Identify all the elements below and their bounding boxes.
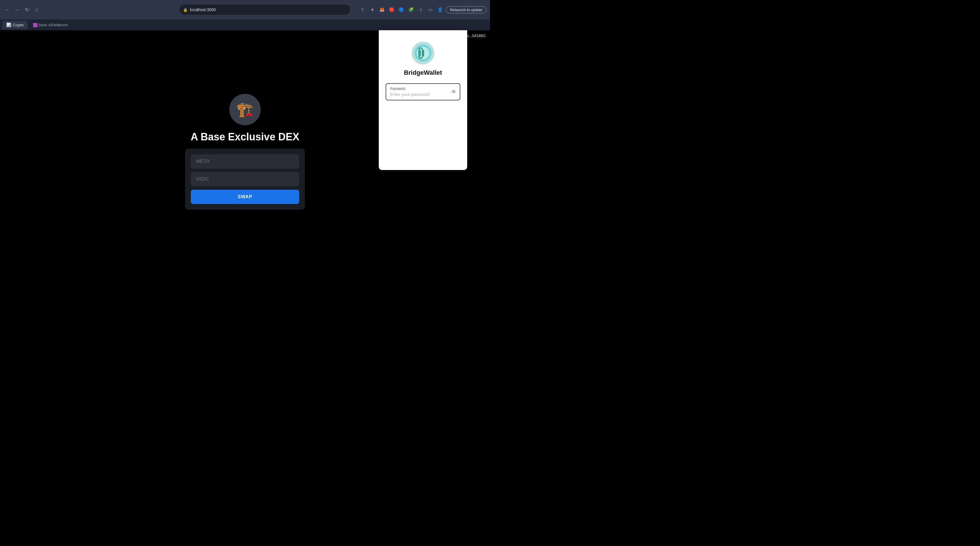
ext4-button[interactable]: 🧩 bbox=[407, 6, 415, 14]
weth-input[interactable] bbox=[191, 154, 299, 169]
profile-button[interactable]: 👤 bbox=[436, 6, 444, 14]
wallet-overlay: BridgeWallet Password 👁 bbox=[379, 30, 467, 170]
svg-rect-3 bbox=[422, 49, 424, 56]
relaunch-button[interactable]: Relaunch to update bbox=[446, 6, 487, 13]
reload-button[interactable]: ↻ bbox=[23, 6, 31, 14]
browser-actions: ⇧ ★ 🦊 🔴 🔵 🧩 ⇩ ▭ 👤 Relaunch to update bbox=[358, 6, 487, 14]
ext2-button[interactable]: 🔴 bbox=[388, 6, 396, 14]
crypto-favicon: 📊 bbox=[6, 22, 11, 27]
share-button[interactable]: ⇧ bbox=[358, 6, 366, 14]
usdc-input[interactable] bbox=[191, 172, 299, 186]
dex-container: 🏗️ A Base Exclusive DEX SWAP bbox=[185, 94, 305, 210]
browser-nav: ← → ↻ ⌂ bbox=[3, 6, 40, 14]
tab-crypto[interactable]: 📊 Crypto bbox=[2, 21, 28, 29]
main-content: ⬡ 0.005 ETH 0xea...04166C 🏗️ A Base Excl… bbox=[0, 30, 490, 273]
ext3-button[interactable]: 🔵 bbox=[397, 6, 405, 14]
dex-swap-card: SWAP bbox=[185, 149, 305, 210]
wallet-name: BridgeWallet bbox=[404, 69, 442, 76]
tab-bar: 📊 Crypto 🟪 Slack 42Heilbronn bbox=[0, 19, 490, 30]
tab-slack[interactable]: 🟪 Slack 42Heilbronn bbox=[29, 21, 72, 29]
browser-chrome: ← → ↻ ⌂ 🔒 localhost:3000 ⇧ ★ 🦊 🔴 🔵 🧩 ⇩ ▭… bbox=[0, 0, 490, 19]
url-text: localhost:3000 bbox=[190, 7, 216, 12]
address-bar[interactable]: 🔒 localhost:3000 bbox=[179, 5, 350, 15]
tab-crypto-label: Crypto bbox=[13, 23, 24, 27]
home-button[interactable]: ⌂ bbox=[32, 6, 40, 14]
forward-button[interactable]: → bbox=[13, 6, 21, 14]
dex-logo: 🏗️ bbox=[229, 94, 261, 125]
download-button[interactable]: ⇩ bbox=[417, 6, 425, 14]
dex-title: A Base Exclusive DEX bbox=[191, 131, 299, 143]
password-field-wrapper: Password 👁 bbox=[386, 83, 460, 100]
svg-rect-4 bbox=[418, 49, 421, 56]
tab-slack-label: Slack 42Heilbronn bbox=[38, 23, 68, 27]
slack-icon: 🟪 bbox=[33, 23, 37, 27]
password-input[interactable] bbox=[390, 92, 447, 97]
swap-button[interactable]: SWAP bbox=[191, 190, 299, 204]
bookmark-button[interactable]: ★ bbox=[368, 6, 376, 14]
ext1-button[interactable]: 🦊 bbox=[378, 6, 386, 14]
splitview-button[interactable]: ▭ bbox=[426, 6, 434, 14]
bridgewallet-logo bbox=[412, 41, 434, 64]
back-button[interactable]: ← bbox=[3, 6, 11, 14]
eye-icon[interactable]: 👁 bbox=[451, 89, 457, 95]
lock-icon: 🔒 bbox=[183, 8, 188, 12]
password-label: Password bbox=[390, 87, 456, 91]
